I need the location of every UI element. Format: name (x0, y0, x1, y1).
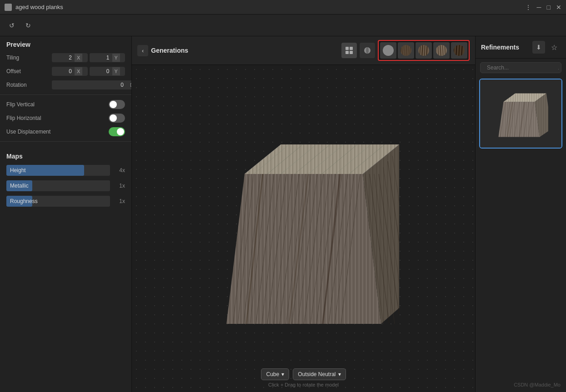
flip-vertical-toggle[interactable] (109, 100, 125, 109)
title-bar-left: aged wood planks (5, 4, 63, 11)
use-displacement-toggle[interactable] (109, 127, 125, 136)
main-toolbar: ↺ ↻ (0, 15, 566, 36)
generations-title: Generations (151, 47, 188, 54)
maps-header: Maps (0, 148, 131, 163)
thumb-5-icon (452, 43, 466, 58)
offset-y-input[interactable] (90, 67, 112, 76)
flip-horizontal-label: Flip Horizontal (6, 115, 41, 121)
back-button[interactable]: ‹ (137, 45, 148, 56)
refinements-title: Refinements (481, 44, 519, 51)
env-select-label: Outside Neutral (298, 371, 336, 377)
refinement-card-1[interactable] (479, 79, 562, 149)
flip-vertical-label: Flip Vertical (6, 101, 35, 108)
svg-rect-2 (346, 51, 349, 54)
svg-rect-3 (350, 51, 353, 54)
svg-line-21 (426, 43, 427, 58)
app-icon (5, 4, 12, 11)
thumb-item-5[interactable] (451, 42, 467, 59)
redo-button[interactable]: ↻ (22, 19, 35, 32)
metallic-map-item: Metallic 1x (0, 178, 131, 194)
viewport-hint: Click + Drag to rotate the model (268, 382, 339, 387)
svg-line-31 (453, 43, 454, 58)
refinement-thumb-1 (480, 79, 561, 148)
offset-x-group: X (52, 67, 88, 76)
roughness-bar-container[interactable]: Roughness (6, 196, 110, 207)
star-button[interactable]: ☆ (548, 41, 561, 54)
svg-line-17 (417, 43, 418, 58)
right-panel-header: Refinements ⬇ ☆ (476, 36, 566, 59)
metallic-map-label: Metallic (10, 183, 29, 189)
thumbnail-strip (378, 40, 470, 61)
center-toolbar: ‹ Generations (132, 36, 475, 65)
height-bar-container[interactable]: Height (6, 165, 110, 176)
offset-x-input[interactable] (52, 67, 75, 76)
offset-y-group: Y (90, 67, 125, 76)
thumb-item-3[interactable] (416, 42, 432, 59)
tiling-y-input[interactable] (90, 53, 112, 62)
download-button[interactable]: ⬇ (532, 41, 545, 54)
sphere-view-button[interactable] (360, 43, 375, 58)
undo-button[interactable]: ↺ (5, 19, 18, 32)
tiling-label: Tiling (6, 55, 52, 61)
refinement-cube-svg (494, 86, 548, 141)
flip-horizontal-knob (110, 114, 117, 122)
refinement-grid (476, 77, 566, 150)
maximize-icon[interactable]: □ (547, 4, 551, 11)
svg-point-6 (383, 45, 394, 56)
metallic-bar-container[interactable]: Metallic (6, 180, 110, 191)
rotation-label: Rotation (6, 82, 52, 88)
thumb-item-2[interactable] (398, 42, 414, 59)
rotation-inputs: DEG (52, 80, 132, 89)
model-select[interactable]: Cube ▾ (261, 368, 289, 380)
tiling-y-axis: Y (112, 54, 120, 62)
rotation-input[interactable] (52, 80, 127, 89)
svg-line-32 (456, 43, 457, 58)
cube-container (208, 133, 399, 324)
svg-point-5 (366, 47, 369, 54)
search-input[interactable] (487, 65, 555, 71)
roughness-multiplier: 1x (114, 198, 125, 204)
flip-horizontal-toggle[interactable] (109, 114, 125, 123)
title-bar-controls: ⋮ ─ □ ✕ (525, 4, 561, 11)
thumb-item-4[interactable] (433, 42, 450, 59)
model-chevron-icon: ▾ (281, 371, 284, 377)
roughness-map-label: Roughness (10, 198, 38, 204)
viewport-controls: Cube ▾ Outside Neutral ▾ (261, 368, 346, 380)
minimize-icon[interactable]: ─ (537, 4, 541, 11)
right-panel: Refinements ⬇ ☆ . (475, 36, 566, 392)
flip-vertical-knob (110, 101, 117, 108)
title-bar: aged wood planks ⋮ ─ □ ✕ (0, 0, 566, 15)
tiling-inputs: X Y (52, 53, 125, 62)
svg-line-24 (436, 43, 436, 58)
viewport[interactable]: Cube ▾ Outside Neutral ▾ Click + Drag to… (132, 65, 475, 392)
close-icon[interactable]: ✕ (556, 4, 561, 11)
svg-rect-0 (346, 47, 349, 50)
divider-1 (0, 94, 131, 95)
tiling-y-group: Y (90, 53, 125, 62)
svg-line-34 (461, 43, 462, 58)
flip-horizontal-row: Flip Horizontal (0, 111, 131, 125)
offset-y-axis: Y (112, 67, 120, 75)
left-panel: Preview Tiling X Y Offset X (0, 36, 132, 392)
thumb-3-icon (416, 43, 431, 58)
main-layout: Preview Tiling X Y Offset X (0, 36, 566, 392)
maps-section: Maps Height 4x Metallic 1x Roughness (0, 144, 131, 213)
viewport-footer: Cube ▾ Outside Neutral ▾ Click + Drag to… (132, 368, 475, 392)
tiling-x-input[interactable] (52, 53, 75, 62)
rotation-unit: DEG (127, 81, 132, 89)
more-icon[interactable]: ⋮ (525, 4, 531, 11)
env-chevron-icon: ▾ (338, 371, 341, 377)
offset-row: Offset X Y (0, 65, 131, 78)
grid-view-button[interactable] (341, 43, 357, 58)
roughness-map-item: Roughness 1x (0, 194, 131, 209)
search-dot: . (558, 65, 559, 70)
wood-cube-svg (208, 119, 399, 337)
tiling-x-axis: X (75, 54, 82, 62)
env-select[interactable]: Outside Neutral ▾ (293, 368, 346, 380)
search-bar: . (480, 62, 561, 73)
svg-line-28 (445, 43, 446, 58)
svg-rect-1 (350, 47, 353, 50)
svg-line-9 (401, 44, 401, 57)
thumb-1-icon (381, 43, 396, 58)
thumb-item-1[interactable] (380, 42, 396, 59)
